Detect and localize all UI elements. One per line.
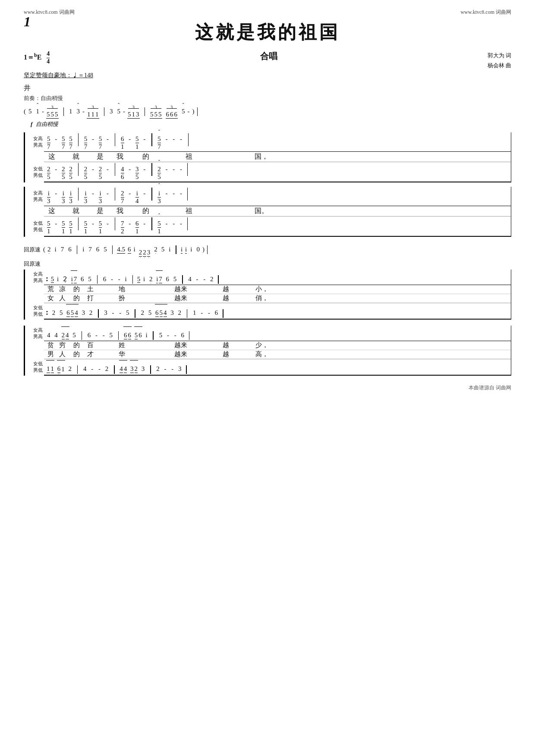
return-section-label: 回原速: [24, 260, 511, 268]
intro-notation: ( 5 ˆ1 - 3 5 5 5 1 ˆ3 - 3 1 1 1 3: [24, 105, 511, 119]
return-speed-line: 回原速 ( 2· i 7 6 i 7 6 5 4.5 6 i 2· 2· 3· …: [24, 243, 511, 257]
voice-label-row: 女高男高 57 - 57 57 57: [27, 132, 511, 152]
tempo-marking: 坚定赞颂自豪地：♩＝148: [24, 72, 511, 79]
return-high-row: 女高男高 : 5 i 2̣ i 7 6 5: [27, 270, 511, 285]
composer-label: 杨会林 曲: [488, 60, 511, 70]
choral-section-2: 女高男高 i3 - i3 i3 i3 -: [24, 187, 511, 237]
intro-label: 前奏：自由稍慢: [24, 94, 511, 102]
watermark-right: www.ktvc8.com 词曲网: [460, 9, 511, 16]
section-hash: 井: [24, 84, 511, 93]
final-lyrics-2: 男 人 的 才 华 越来 越 高，: [27, 350, 511, 359]
section2-table: 女高男高 i3 - i3 i3 i3 -: [27, 187, 511, 237]
return-lyrics-2: 女 人 的 打 扮 越来 越 俏，: [27, 294, 511, 303]
watermark-bottom: 本曲谱源自 词曲网: [24, 384, 511, 392]
dynamic-f: f: [31, 121, 32, 127]
low-voice-row-2: 女低男低 51 - 51 51 51 -: [27, 216, 511, 236]
key-time-info: 1＝bE 4 4: [24, 50, 50, 65]
final-table: 女高男高 4 4 2 4 5 6 - -: [27, 326, 511, 376]
style-marking: 合唱: [260, 50, 277, 62]
dynamic-marking: f 自由稍慢: [31, 120, 511, 128]
song-title: 这就是我的祖国: [24, 20, 511, 44]
dynamic-label: 自由稍慢: [36, 121, 58, 127]
choral-section-1: 女高男高 57 - 57 57 57: [24, 132, 511, 182]
key-label: 1＝bE 4 4: [24, 53, 50, 61]
low-voice-row: 女低男低 25 - 25 25 25 -: [27, 162, 511, 182]
return-lyrics-1: 荒 凉 的 土 地 越来 越 小，: [27, 285, 511, 294]
page-number: 1: [24, 14, 31, 30]
voice-label-row-2: 女高男高 i3 - i3 i3 i3 -: [27, 187, 511, 206]
watermark-left: www.ktvc8.com 词曲网: [24, 9, 75, 16]
composer-info: 郭大为 词 杨会林 曲: [488, 50, 511, 71]
return-low-row: 女低男低 : 2 5 6 5 4 3 2: [27, 303, 511, 319]
lyrics-row-high-2: 这 就 是 我 的 祖 国。: [27, 206, 511, 216]
section1-table: 女高男高 57 - 57 57 57: [27, 132, 511, 182]
lyrics-row-high: 这 就 是 我 的 祖 国，: [27, 152, 511, 162]
final-high-row: 女高男高 4 4 2 4 5 6 - -: [27, 326, 511, 341]
return-section: 女高男高 : 5 i 2̣ i 7 6 5: [24, 270, 511, 320]
return-table: 女高男高 : 5 i 2̣ i 7 6 5: [27, 270, 511, 320]
final-section: 女高男高 4 4 2 4 5 6 - -: [24, 326, 511, 376]
final-lyrics-1: 贫 穷 的 百 姓 越来 越 少，: [27, 341, 511, 350]
final-low-row: 女低男低 1 1 6· 1 2: [27, 359, 511, 375]
lyricist-label: 郭大为 词: [488, 50, 511, 60]
header-watermarks: www.ktvc8.com 词曲网 www.ktvc8.com 词曲网: [24, 9, 511, 16]
meta-row: 1＝bE 4 4 合唱 郭大为 词 杨会林 曲: [24, 50, 511, 71]
sheet-container: www.ktvc8.com 词曲网 www.ktvc8.com 词曲网 1 这就…: [0, 0, 535, 405]
